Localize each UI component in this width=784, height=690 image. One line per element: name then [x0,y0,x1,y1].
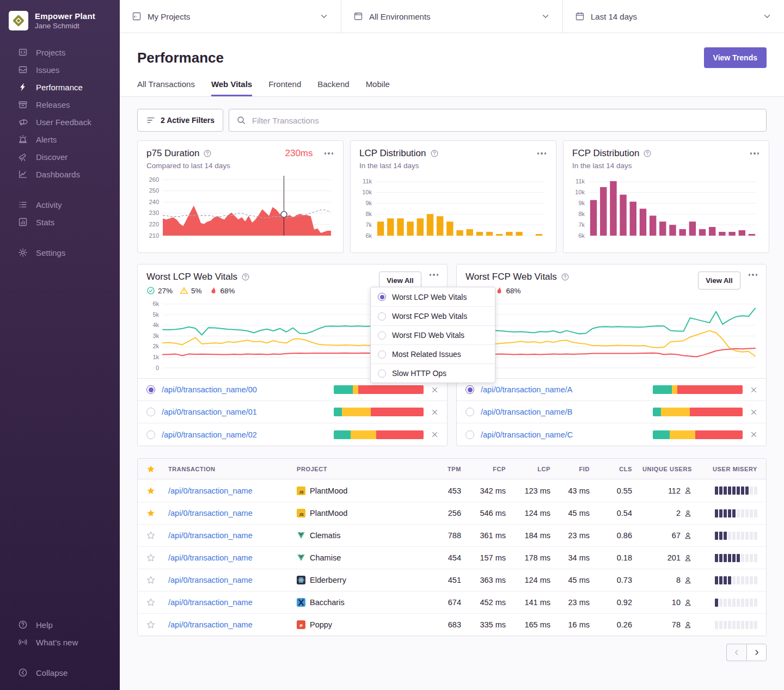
environment-selector[interactable]: All Environments [341,0,563,33]
transaction-link[interactable]: /api/0/transaction_name [168,486,253,495]
help-icon[interactable] [643,149,652,158]
star-outline-icon[interactable] [146,576,168,584]
column-header-fcp[interactable]: FCP [461,466,506,472]
project-selector[interactable]: My Projects [120,0,341,33]
previous-page-button[interactable] [726,644,746,661]
help-icon[interactable] [561,273,569,281]
tab-backend[interactable]: Backend [317,79,349,96]
star-filled-icon[interactable] [146,509,168,518]
transaction-link[interactable]: /api/0/transaction_name/B [481,408,572,416]
transaction-link[interactable]: /api/0/transaction_name/00 [162,385,257,394]
transaction-link[interactable]: /api/0/transaction_name [168,553,253,562]
transaction-link[interactable]: /api/0/transaction_name [168,531,253,540]
star-outline-icon[interactable] [146,620,168,629]
unique-users-cell: 201 [632,553,692,562]
sidebar-item-whats-new[interactable]: What’s new [0,633,120,651]
transaction-link[interactable]: /api/0/transaction_name/A [481,385,572,394]
help-icon[interactable] [203,149,212,158]
transaction-radio[interactable] [465,430,474,439]
table-row: /api/0/transaction_nameElderberry451363 … [138,569,766,591]
help-icon[interactable] [430,149,439,158]
column-header-lcp[interactable]: LCP [506,466,550,472]
column-header-fid[interactable]: FID [550,466,590,472]
sidebar-item-releases[interactable]: Releases [0,96,120,113]
tab-frontend[interactable]: Frontend [268,79,301,96]
active-filters-button[interactable]: 2 Active Filters [137,109,223,132]
panel-menu-button[interactable] [428,272,440,278]
menu-item[interactable]: Slow HTTP Ops [371,364,495,383]
transaction-link[interactable]: /api/0/transaction_name [168,598,253,607]
sidebar-item-issues[interactable]: Issues [0,61,120,78]
panel-title: Worst FCP Web Vitals [465,272,557,282]
column-header-unique-users[interactable]: UNIQUE USERS [632,466,692,472]
help-icon[interactable] [241,273,250,281]
global-filter-bar: My Projects All Environments Last 14 day… [120,0,784,33]
card-menu-button[interactable] [749,150,761,157]
sidebar-item-alerts[interactable]: Alerts [0,131,120,148]
page-title: Performance [137,50,224,66]
sidebar-item-dashboards[interactable]: Dashboards [0,165,120,183]
worst-fcp-chart[interactable]: 6k5k4k3k2k1k0 [465,296,758,373]
sidebar-item-user-feedback[interactable]: User Feedback [0,113,120,131]
transaction-link[interactable]: /api/0/transaction_name/02 [162,430,257,439]
sidebar-item-stats[interactable]: Stats [0,213,120,231]
date-range-selector[interactable]: Last 14 days [563,0,784,33]
sidebar-item-performance[interactable]: Performance [0,78,120,96]
sidebar-item-settings[interactable]: Settings [0,244,120,261]
star-column-header[interactable] [146,465,168,473]
tab-mobile[interactable]: Mobile [366,79,390,96]
menu-item[interactable]: Most Related Issues [371,344,495,364]
fcp-distribution-chart[interactable]: 11k10k9k8k7k6k [572,174,760,241]
transaction-link[interactable]: /api/0/transaction_name [168,509,253,518]
fcp-value: 335 ms [461,620,506,629]
view-all-button[interactable]: View All [698,272,740,289]
transaction-radio[interactable] [146,430,155,439]
star-outline-icon[interactable] [146,531,168,540]
close-icon[interactable] [431,430,439,439]
menu-item[interactable]: Worst FCP Web Vitals [371,306,495,325]
column-header-user-misery[interactable]: USER MISERY [692,466,757,472]
close-icon[interactable] [750,386,758,394]
sidebar-item-label: What’s new [36,638,78,647]
close-icon[interactable] [750,408,758,416]
card-menu-button[interactable] [323,150,335,157]
tab-web-vitals[interactable]: Web Vitals [211,79,252,96]
close-icon[interactable] [431,408,439,416]
column-header-tpm[interactable]: TPM [427,466,461,472]
tab-all-transactions[interactable]: All Transactions [137,79,195,96]
transaction-radio[interactable] [465,408,474,416]
star-outline-icon[interactable] [146,598,168,607]
panel-menu-button[interactable] [748,272,759,278]
transaction-link[interactable]: /api/0/transaction_name/01 [162,408,257,416]
menu-item[interactable]: Worst LCP Web Vitals [371,287,495,306]
star-filled-icon[interactable] [146,486,168,495]
star-outline-icon[interactable] [146,553,168,562]
transaction-radio[interactable] [465,385,474,394]
sidebar-item-projects[interactable]: Projects [0,44,120,61]
chevron-down-icon [319,11,329,21]
transaction-radio[interactable] [146,385,155,394]
next-page-button[interactable] [746,644,767,661]
column-header-transaction[interactable]: TRANSACTION [168,466,297,472]
card-menu-button[interactable] [536,150,548,157]
sidebar-item-collapse[interactable]: Collapse [0,664,120,681]
transaction-search-input[interactable] [251,115,759,126]
view-trends-button[interactable]: View Trends [704,47,767,68]
transaction-link[interactable]: /api/0/transaction_name [168,620,253,629]
close-icon[interactable] [431,386,439,394]
p75-duration-chart[interactable]: 260250240230220210 [146,174,334,241]
sidebar-item-help[interactable]: Help [0,616,120,633]
transaction-link[interactable]: /api/0/transaction_name/C [481,430,573,439]
menu-item[interactable]: Worst FID Web Vitals [371,325,495,344]
lcp-distribution-chart[interactable]: 11k10k9k8k7k6k [359,174,547,241]
transaction-link[interactable]: /api/0/transaction_name [168,576,253,584]
tpm-value: 454 [427,553,461,562]
sidebar-item-discover[interactable]: Discover [0,148,120,165]
close-icon[interactable] [750,430,758,439]
org-switcher[interactable]: Empower Plant Jane Schmidt [0,8,120,44]
column-header-cls[interactable]: CLS [590,466,632,472]
sidebar-item-activity[interactable]: Activity [0,196,120,213]
transaction-radio[interactable] [146,408,155,416]
column-header-project[interactable]: PROJECT [297,466,427,472]
filter-row: 2 Active Filters [137,109,767,132]
